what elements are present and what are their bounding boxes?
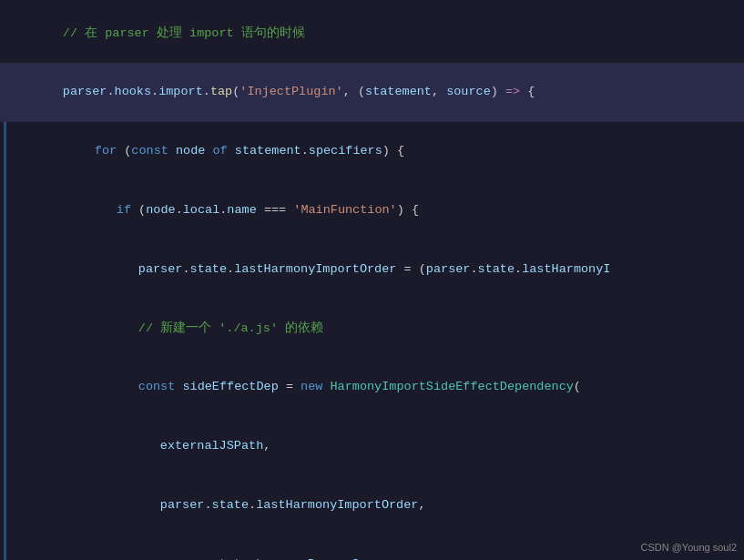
code-token: state — [478, 262, 515, 276]
code-token: tap — [210, 85, 232, 98]
code-token: import — [158, 85, 203, 98]
code-token: lastHarmonyImportOrder — [234, 262, 396, 276]
indent-border — [4, 299, 6, 358]
code-token: const — [138, 380, 176, 393]
indent-border — [4, 535, 6, 560]
code-token: externalJSPath — [160, 439, 263, 453]
code-token: parser — [426, 262, 471, 276]
code-token: node — [146, 203, 175, 217]
indent-border — [4, 239, 6, 299]
code-line-6: // 新建一个 './a.js' 的依赖 — [0, 299, 744, 358]
code-block: // 在 parser 处理 import 语句的时候 parser.hooks… — [0, 0, 744, 560]
comment-1: // 在 parser 处理 import 语句的时候 — [63, 26, 305, 40]
code-token: state — [212, 557, 250, 560]
code-line-3: for (const node of statement.specifiers)… — [0, 122, 744, 181]
comment-6: // 新建一个 './a.js' 的依赖 — [138, 321, 323, 335]
code-token: hooks — [115, 85, 152, 98]
code-token: state — [190, 262, 228, 276]
code-token: 'MainFunction' — [293, 203, 396, 217]
indent-border — [4, 358, 6, 417]
code-token: parser — [63, 85, 107, 98]
indent-border — [4, 180, 6, 239]
code-token: new — [301, 380, 322, 393]
code-line-8: externalJSPath, — [0, 416, 744, 475]
code-editor: // 在 parser 处理 import 语句的时候 parser.hooks… — [0, 0, 744, 560]
watermark: CSDN @Young soul2 — [640, 540, 737, 556]
code-line-7: const sideEffectDep = new HarmonyImportS… — [0, 358, 744, 417]
code-line-2: parser.hooks.import.tap('InjectPlugin', … — [0, 63, 744, 122]
code-token: parser — [160, 498, 205, 512]
code-token: const — [131, 144, 168, 158]
code-line-10: parser.state.harmonyParserScope — [0, 535, 744, 560]
code-token: HarmonyImportSideEffectDependency — [331, 380, 574, 393]
indent-border — [4, 122, 6, 181]
code-token: => — [505, 85, 520, 98]
code-token: sideEffectDep — [182, 380, 278, 393]
indent-border — [4, 475, 6, 535]
code-line-1: // 在 parser 处理 import 语句的时候 — [0, 4, 744, 63]
code-token: 'InjectPlugin' — [240, 85, 342, 98]
code-token: state — [212, 498, 250, 512]
code-token: parser — [138, 262, 183, 276]
code-token: for — [95, 144, 117, 158]
code-token: if — [117, 203, 131, 217]
code-token: statement — [365, 85, 432, 98]
code-line-4: if (node.local.name === 'MainFunction') … — [0, 180, 744, 239]
code-token: statement — [235, 144, 301, 158]
code-token: parser — [160, 557, 205, 560]
code-token: source — [446, 85, 491, 98]
code-token: node — [176, 144, 205, 158]
code-token: local — [183, 203, 220, 217]
code-token: harmonyParserScope — [256, 557, 389, 560]
code-line-9: parser.state.lastHarmonyImportOrder, — [0, 475, 744, 535]
code-line-5: parser.state.lastHarmonyImportOrder = (p… — [0, 239, 744, 299]
indent-border — [4, 416, 6, 475]
code-token: name — [227, 203, 256, 217]
code-token: of — [212, 144, 227, 158]
code-token: specifiers — [309, 144, 382, 158]
code-token: lastHarmonyImportOrder — [256, 498, 418, 512]
code-token: lastHarmonyI — [522, 262, 610, 276]
